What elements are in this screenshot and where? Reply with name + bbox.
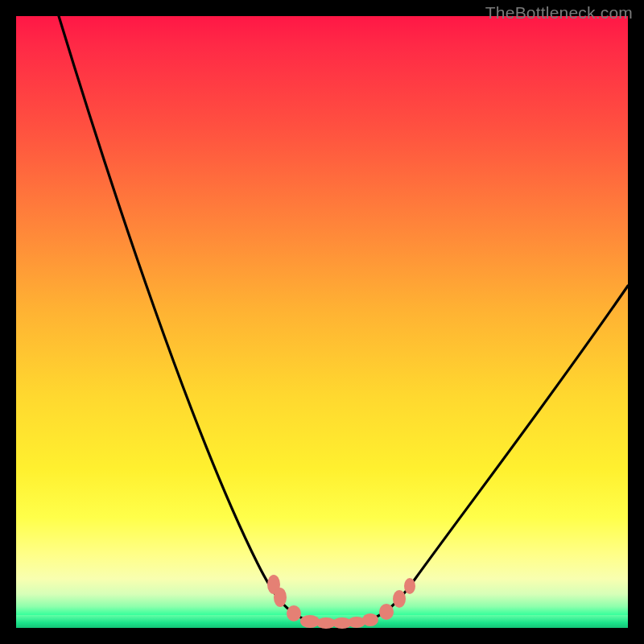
svg-point-8 bbox=[379, 604, 394, 620]
svg-point-1 bbox=[274, 588, 287, 607]
chart-svg bbox=[16, 16, 628, 628]
svg-point-7 bbox=[362, 613, 378, 626]
svg-point-2 bbox=[287, 605, 301, 621]
watermark-text: TheBottleneck.com bbox=[485, 3, 633, 23]
bottleneck-curve bbox=[59, 16, 628, 624]
outer-frame: TheBottleneck.com bbox=[0, 0, 644, 644]
svg-point-10 bbox=[404, 578, 415, 594]
svg-point-3 bbox=[300, 615, 320, 628]
marker-dots bbox=[267, 575, 415, 629]
svg-point-9 bbox=[393, 590, 406, 608]
